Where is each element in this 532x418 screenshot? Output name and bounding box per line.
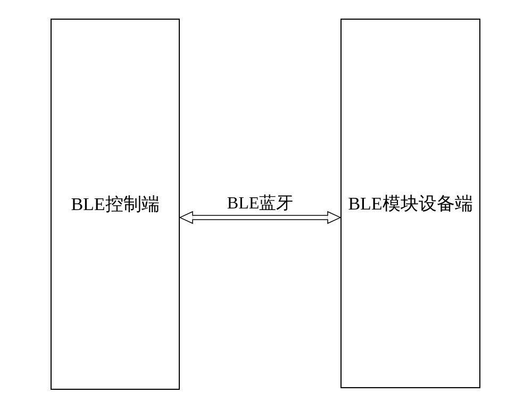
double-arrow-icon (180, 211, 340, 224)
block-ble-controller-label: BLE控制端 (71, 192, 159, 216)
block-ble-controller: BLE控制端 (51, 19, 180, 390)
diagram-canvas: BLE控制端 BLE模块设备端 BLE蓝牙 (0, 0, 532, 418)
svg-rect-4 (327, 216, 328, 220)
svg-marker-1 (180, 212, 193, 223)
svg-rect-0 (192, 215, 329, 220)
svg-marker-2 (328, 212, 340, 223)
block-ble-module-device: BLE模块设备端 (340, 19, 480, 388)
svg-rect-3 (192, 216, 193, 220)
block-ble-module-device-label: BLE模块设备端 (348, 191, 472, 216)
